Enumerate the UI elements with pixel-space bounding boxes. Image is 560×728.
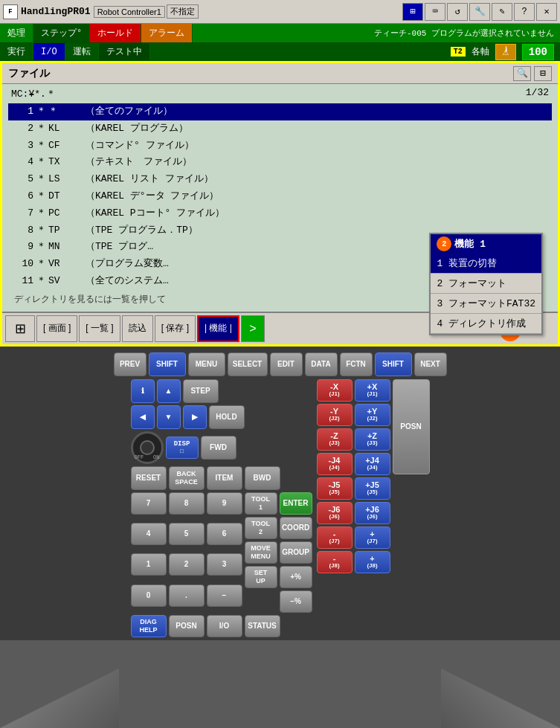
controller-dropdown[interactable]: Robot Controller1 (94, 6, 165, 18)
diag-help-key[interactable]: DIAGHELP (131, 615, 167, 637)
monitor-icon[interactable]: ⊞ (402, 3, 423, 21)
backspace-key[interactable]: BACKSPACE (169, 466, 205, 490)
off-on-switch[interactable]: OFF ON (131, 431, 164, 464)
context-menu-item[interactable]: 3 フォーマットFAT32 (431, 294, 541, 314)
num9-key[interactable]: 9 (207, 492, 242, 515)
function-button[interactable]: | 機能 | (197, 315, 239, 342)
unspecified-dropdown[interactable]: 不指定 (167, 4, 199, 19)
menu-item-step[interactable]: ステップ° (33, 24, 90, 42)
menu-key[interactable]: MENU (188, 352, 225, 376)
num2-key[interactable]: 2 (169, 553, 205, 576)
up-arrow-key[interactable]: ▲ (157, 379, 181, 403)
context-menu-item[interactable]: 4 ディレクトリ作成 (431, 314, 541, 334)
posn-key[interactable]: POSN (393, 379, 430, 474)
pos-j7-key[interactable]: +(J7) (355, 526, 390, 549)
right-arrow-key[interactable]: ▶ (183, 405, 207, 429)
io-key[interactable]: I/O (207, 615, 242, 637)
data-key[interactable]: DATA (305, 352, 338, 376)
num4-key[interactable]: 4 (131, 523, 167, 545)
save-button[interactable]: [ 保存 ] (155, 315, 196, 342)
step-key[interactable]: STEP (183, 379, 219, 403)
pos-j8-key[interactable]: +(J8) (355, 551, 390, 573)
neg-x-j1-key[interactable]: -X(J1) (317, 379, 353, 402)
neg-z-j3-key[interactable]: -Z(J3) (317, 428, 353, 451)
num5-key[interactable]: 5 (169, 523, 205, 545)
select-key[interactable]: SELECT (228, 352, 268, 376)
file-row[interactable]: 3 ＊ CF （コマンド° ファイル） (8, 138, 552, 155)
num6-key[interactable]: 6 (207, 523, 242, 545)
pos-j5-key[interactable]: +J5(J5) (355, 477, 390, 500)
menu-item-drive[interactable]: 運転 (65, 43, 99, 60)
info-key[interactable]: ℹ (131, 379, 155, 403)
neg-j8-key[interactable]: -(J8) (317, 551, 353, 573)
num8-key[interactable]: 8 (169, 492, 205, 515)
pos-y-j2-key[interactable]: +Y(J2) (355, 404, 390, 426)
grid-button[interactable]: ⊞ (5, 315, 35, 342)
minus-pct-key[interactable]: −% (280, 590, 312, 613)
neg-j7-key[interactable]: -(J7) (317, 526, 353, 549)
pos-j6-key[interactable]: +J6(J6) (355, 502, 390, 524)
fctn-key[interactable]: FCTN (340, 352, 373, 376)
dot-key[interactable]: . (169, 584, 205, 607)
neg-j6-key[interactable]: -J6(J6) (317, 502, 353, 524)
menu-item-io[interactable]: I/O (33, 43, 65, 60)
menu-item-process[interactable]: 処理 (0, 24, 33, 42)
next-button[interactable]: > (241, 315, 265, 342)
tools-icon[interactable]: 🔧 (469, 3, 490, 21)
posn-bottom-key[interactable]: POSN (169, 615, 205, 637)
neg-j5-key[interactable]: -J5(J5) (317, 477, 353, 500)
disp-key[interactable]: DISP □ (166, 437, 199, 459)
fwd-key[interactable]: FWD (201, 436, 236, 460)
num0-key[interactable]: 0 (131, 584, 167, 607)
shift-key-right[interactable]: SHIFT (375, 352, 412, 376)
settings-icon[interactable]: ✎ (492, 3, 512, 21)
num7-key[interactable]: 7 (131, 492, 167, 515)
next-key[interactable]: NEXT (414, 352, 447, 376)
item-key[interactable]: ITEM (207, 466, 242, 490)
reset-key[interactable]: RESET (131, 466, 167, 490)
status-key[interactable]: STATUS (245, 615, 280, 637)
pos-x-j1-key[interactable]: +X(J1) (355, 379, 390, 402)
keyboard-icon[interactable]: ⌨ (425, 3, 445, 21)
context-menu-item[interactable]: 2 フォーマット (431, 274, 541, 294)
down-arrow-key[interactable]: ▼ (157, 405, 181, 429)
shift-key-left[interactable]: SHIFT (149, 352, 186, 376)
bwd-key[interactable]: BWD (245, 466, 280, 490)
enter-key[interactable]: ENTER (280, 492, 312, 515)
coord-key[interactable]: COORD (280, 517, 312, 539)
pos-z-j3-key[interactable]: +Z(J3) (355, 428, 390, 451)
menu-item-test[interactable]: テスト中 (99, 43, 150, 60)
left-arrow-key[interactable]: ◀ (131, 405, 155, 429)
minus-key[interactable]: − (207, 584, 242, 607)
screen-button[interactable]: [ 画面 ] (36, 315, 77, 342)
pos-j4-key[interactable]: +J4(J4) (355, 453, 390, 475)
tool1-key[interactable]: TOOL1 (245, 492, 277, 515)
prev-key[interactable]: PREV (114, 352, 147, 376)
file-row[interactable]: 4 ＊ TX （テキスト ファイル） (8, 154, 552, 171)
help-icon[interactable]: ? (514, 3, 535, 21)
file-row[interactable]: 6 ＊ DT （KAREL デ°ータ ファイル） (8, 188, 552, 205)
set-up-key[interactable]: SETUP (245, 566, 277, 588)
menu-item-run[interactable]: 実行 (0, 43, 33, 60)
hold-key[interactable]: HOLD (209, 405, 245, 429)
menu-item-hold[interactable]: ホールド (90, 24, 141, 42)
zoom-icon[interactable]: 🔍 (513, 66, 531, 81)
group-key[interactable]: GROUP (280, 541, 312, 564)
context-menu-item[interactable]: 1 装置の切替 (431, 254, 541, 274)
split-icon[interactable]: ⊟ (534, 66, 552, 81)
num3-key[interactable]: 3 (207, 553, 242, 576)
read-button[interactable]: 読込 (122, 315, 153, 342)
close-icon[interactable]: ✕ (536, 3, 557, 21)
list-button[interactable]: [ 一覧 ] (79, 315, 120, 342)
file-row[interactable]: 2 ＊ KL （KAREL プログラム） (8, 120, 552, 138)
file-row[interactable]: 1 ＊ ＊ （全てのファイル） (8, 103, 552, 120)
num1-key[interactable]: 1 (131, 553, 167, 576)
tool2-key[interactable]: TOOL2 (245, 517, 277, 539)
file-row[interactable]: 7 ＊ PC （KAREL Pコート° ファイル） (8, 205, 552, 222)
file-row[interactable]: 5 ＊ LS （KAREL リスト ファイル） (8, 171, 552, 188)
plus-pct-key[interactable]: +% (280, 566, 312, 588)
move-menu-key[interactable]: MOVEMENU (245, 541, 277, 564)
refresh-icon[interactable]: ↺ (447, 3, 468, 21)
neg-j4-key[interactable]: -J4(J4) (317, 453, 353, 475)
edit-key[interactable]: EDIT (270, 352, 303, 376)
